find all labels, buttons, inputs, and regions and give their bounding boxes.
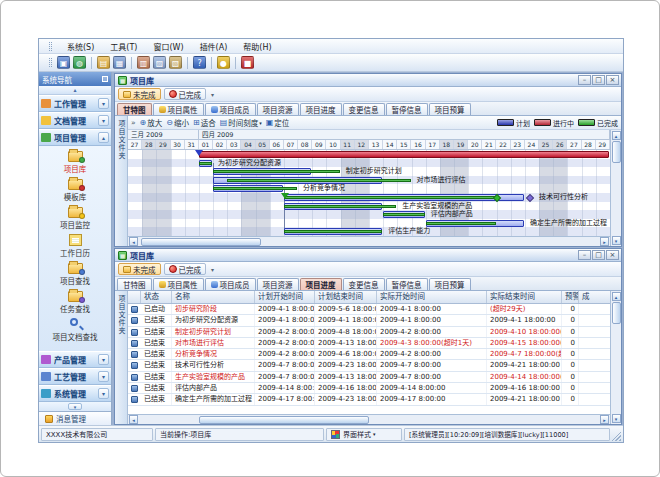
table-hscrollbar[interactable]: ◂ ▸ xyxy=(128,414,610,424)
gantt-tool-4[interactable]: ▣定位 xyxy=(266,117,290,128)
tab-2[interactable]: 项目成员 xyxy=(205,278,256,290)
tab-1[interactable]: 项目属性 xyxy=(153,278,204,290)
column-header-0[interactable]: 状态 xyxy=(141,291,172,303)
sidebar-group-3[interactable]: 产品管理▾ xyxy=(39,351,111,368)
gantt-bar-completed[interactable] xyxy=(284,230,382,233)
gantt-bar-completed[interactable] xyxy=(227,179,410,182)
resize-grip[interactable] xyxy=(612,428,621,441)
gantt-bar-completed[interactable] xyxy=(383,213,425,216)
column-header-4[interactable]: 实际开始时间 xyxy=(377,291,487,303)
tab-message-management[interactable]: 消息管理 xyxy=(39,411,111,425)
toolbar-overflow-icon[interactable]: ▾ xyxy=(211,266,214,273)
sidebar-collapse-button[interactable]: ▴ xyxy=(39,86,111,95)
table-row[interactable]: 已启动初步研究阶段2009-4-1 8:00:002009-5-6 18:00:… xyxy=(128,304,610,315)
column-header-7[interactable]: 成 xyxy=(579,291,610,303)
tab-5[interactable]: 变更信息 xyxy=(343,103,385,115)
gantt-bar-completed[interactable] xyxy=(213,187,297,190)
gantt-bar-completed[interactable] xyxy=(284,205,396,208)
gantt-bar-inprogress[interactable] xyxy=(199,151,609,158)
menu-item-2[interactable]: 窗口(W) xyxy=(150,40,186,53)
project-folder-side-tab[interactable]: 项目文件夹 xyxy=(115,291,128,424)
scroll-right-icon[interactable]: ▸ xyxy=(600,237,609,246)
gantt-bar-completed[interactable] xyxy=(213,170,340,173)
chevron-down-icon[interactable]: ▾ xyxy=(98,98,109,109)
chevron-down-icon[interactable]: ▾ xyxy=(98,115,109,126)
sidebar-item-5[interactable]: 任务查找 xyxy=(39,289,111,314)
globe-icon[interactable]: ◍ xyxy=(73,56,86,69)
filter-incomplete-button[interactable]: 未完成 xyxy=(118,263,161,275)
gantt-bar-completed[interactable] xyxy=(199,162,212,165)
chart-icon[interactable]: ▨ xyxy=(153,56,166,69)
toolbar-grip[interactable] xyxy=(49,58,52,67)
gantt-bar-completed[interactable] xyxy=(284,196,496,199)
tab-1[interactable]: 项目属性 xyxy=(153,103,204,115)
chevron-down-icon[interactable]: ▾ xyxy=(98,371,109,382)
scroll-thumb[interactable] xyxy=(141,238,261,246)
sidebar-group-1[interactable]: 文档管理▾ xyxy=(39,112,111,129)
chevron-down-icon[interactable]: ▾ xyxy=(98,388,109,399)
help-icon[interactable]: ? xyxy=(193,56,206,69)
chevron-up-icon[interactable]: ▴ xyxy=(98,132,109,143)
project-folder-side-tab[interactable]: 项目文件夹 xyxy=(115,116,128,246)
maximize-button[interactable]: □ xyxy=(592,250,605,260)
column-header-2[interactable]: 计划开始时间 xyxy=(255,291,315,303)
table-row[interactable]: 已结束为初步研究分配资源2009-4-1 8:00:002009-4-1 18:… xyxy=(128,315,610,326)
table-row[interactable]: 已结束确定生产所需的加工过程2009-4-17 8:00:002009-4-23… xyxy=(128,394,610,405)
filter-complete-button[interactable]: 已完成 xyxy=(164,263,207,275)
column-header-3[interactable]: 计划结束时间 xyxy=(315,291,377,303)
tab-4[interactable]: 项目进度 xyxy=(300,278,342,290)
table-row[interactable]: 已结束分析竞争情况2009-4-2 8:00:002009-4-6 18:00:… xyxy=(128,349,610,360)
sidebar-item-3[interactable]: 工作日历 xyxy=(39,233,111,258)
close-button[interactable]: × xyxy=(606,75,619,85)
gantt-hscrollbar[interactable]: ◂ ▸ xyxy=(128,236,610,246)
toolbar-overflow-icon[interactable]: » xyxy=(131,118,136,127)
pin-icon[interactable] xyxy=(102,76,108,82)
menu-item-3[interactable]: 插件(A) xyxy=(197,40,231,53)
scroll-down-icon[interactable]: ▾ xyxy=(612,414,621,423)
chevron-down-icon[interactable]: ▾ xyxy=(68,403,82,410)
folder-window-icon[interactable]: ▦ xyxy=(113,56,126,69)
table-row[interactable]: 已结束生产实验室规模的产品2009-4-7 8:00:002009-4-13 1… xyxy=(128,372,610,383)
tab-7[interactable]: 项目预算 xyxy=(429,278,471,290)
scroll-left-icon[interactable]: ◂ xyxy=(129,415,138,424)
scroll-up-icon[interactable]: ▴ xyxy=(612,131,621,140)
toolbar-overflow-icon[interactable]: ▾ xyxy=(211,91,214,98)
gantt-tool-0[interactable]: ⊕放大 xyxy=(140,117,163,128)
tab-3[interactable]: 项目资源 xyxy=(257,278,299,290)
tab-2[interactable]: 项目成员 xyxy=(205,103,256,115)
column-header-1[interactable]: 名称 xyxy=(172,291,255,303)
scroll-thumb[interactable] xyxy=(199,416,369,424)
tab-7[interactable]: 项目预算 xyxy=(429,103,471,115)
table-vscrollbar[interactable]: ▴ ▾ xyxy=(610,291,621,424)
tab-4[interactable]: 项目进度 xyxy=(300,103,342,115)
filter-incomplete-button[interactable]: 未完成 xyxy=(118,88,161,100)
scroll-left-icon[interactable]: ◂ xyxy=(129,237,138,246)
tab-6[interactable]: 暂停信息 xyxy=(386,278,428,290)
menu-item-4[interactable]: 帮助(H) xyxy=(240,40,274,53)
table-row[interactable]: 已结束评估内部产品2009-4-14 8:00:002009-4-16 18:0… xyxy=(128,383,610,394)
toolbar-grip[interactable] xyxy=(49,42,52,51)
column-header-6[interactable]: 预警 xyxy=(562,291,579,303)
tab-6[interactable]: 暂停信息 xyxy=(386,103,428,115)
gantt-tool-2[interactable]: ⊞适合 xyxy=(193,117,216,128)
sidebar-group-2[interactable]: 项目管理▴ xyxy=(39,129,111,146)
close-button[interactable]: × xyxy=(606,250,619,260)
note-icon[interactable]: ▧ xyxy=(169,56,182,69)
sidebar-item-1[interactable]: 模板库 xyxy=(39,177,111,202)
scroll-thumb[interactable] xyxy=(612,302,621,324)
report-icon[interactable]: ▥ xyxy=(137,56,150,69)
tab-0[interactable]: 甘特图 xyxy=(117,278,152,290)
sidebar-group-0[interactable]: 工作管理▾ xyxy=(39,95,111,112)
scroll-right-icon[interactable]: ▸ xyxy=(600,415,609,424)
tab-3[interactable]: 项目资源 xyxy=(257,103,299,115)
tab-0[interactable]: 甘特图 xyxy=(117,103,152,115)
chevron-down-icon[interactable]: ▾ xyxy=(98,354,109,365)
gantt-tool-1[interactable]: ⊖缩小 xyxy=(166,117,189,128)
sidebar-item-0[interactable]: 项目库 xyxy=(39,149,111,174)
lock-icon[interactable]: ● xyxy=(217,56,230,69)
table-window-titlebar[interactable]: ▦ 项目库 – □ × xyxy=(115,249,621,262)
scroll-thumb[interactable] xyxy=(612,141,621,163)
gantt-body[interactable]: 为初步研究分配资源制定初步研究计划对市场进行评估分析竞争情况技术可行性分析生产实… xyxy=(128,150,610,236)
table-row[interactable]: 已结束技术可行性分析2009-4-7 8:00:002009-4-23 18:0… xyxy=(128,360,610,371)
maximize-button[interactable]: □ xyxy=(592,75,605,85)
